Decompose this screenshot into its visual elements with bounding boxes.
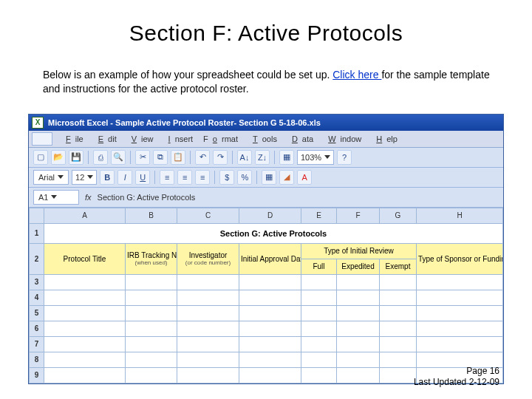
menu-window[interactable]: Window bbox=[319, 134, 366, 144]
sort-asc-icon[interactable]: A↓ bbox=[237, 150, 252, 165]
menu-edit[interactable]: Edit bbox=[89, 134, 121, 144]
cell-ref: A1 bbox=[38, 193, 48, 202]
col-G[interactable]: G bbox=[380, 208, 417, 223]
col-H[interactable]: H bbox=[417, 208, 503, 223]
formula-bar: A1 fx Section G: Active Protocols bbox=[29, 188, 503, 208]
currency-icon[interactable]: $ bbox=[219, 170, 234, 185]
fill-color-icon[interactable]: ◢ bbox=[279, 170, 294, 185]
footer-updated: Last Updated 2-12-09 bbox=[414, 377, 499, 389]
hdr-investigator[interactable]: Investigator (or code number) bbox=[177, 243, 239, 274]
underline-button[interactable]: U bbox=[135, 170, 150, 185]
menu-data[interactable]: Data bbox=[283, 134, 318, 144]
italic-button[interactable]: I bbox=[117, 170, 132, 185]
control-icon[interactable] bbox=[32, 132, 52, 146]
hdr-protocol-title[interactable]: Protocol Title bbox=[44, 243, 126, 274]
dropdown-icon bbox=[58, 175, 64, 179]
intro-before: Below is an example of how your spreadsh… bbox=[43, 69, 332, 81]
row-1[interactable]: 1 bbox=[30, 223, 44, 243]
col-A[interactable]: A bbox=[44, 208, 126, 223]
hdr-type-sponsor[interactable]: Type of Sponsor or Funding Entity bbox=[417, 243, 503, 274]
row-4[interactable]: 4 bbox=[30, 290, 44, 305]
menu-format[interactable]: Format bbox=[199, 134, 242, 144]
menu-help[interactable]: Help bbox=[367, 134, 402, 144]
bold-button[interactable]: B bbox=[100, 170, 115, 185]
undo-icon[interactable]: ↶ bbox=[195, 150, 210, 165]
menu-tools[interactable]: Tools bbox=[244, 134, 282, 144]
col-F[interactable]: F bbox=[337, 208, 380, 223]
sort-desc-icon[interactable]: Z↓ bbox=[255, 150, 270, 165]
hdr-initial-approval[interactable]: Initial Approval Date bbox=[239, 243, 301, 274]
align-center-icon[interactable]: ≡ bbox=[177, 170, 192, 185]
excel-icon: X bbox=[32, 117, 44, 129]
row-7[interactable]: 7 bbox=[30, 336, 44, 352]
row-2[interactable]: 2 bbox=[30, 243, 44, 274]
save-icon[interactable]: 💾 bbox=[69, 150, 83, 165]
col-E[interactable]: E bbox=[301, 208, 337, 223]
hdr-type-initial-review[interactable]: Type of Initial Review bbox=[301, 243, 417, 259]
menu-insert[interactable]: Insert bbox=[160, 134, 198, 144]
hdr-expedited[interactable]: Expedited bbox=[337, 259, 380, 274]
help-icon[interactable]: ? bbox=[337, 150, 352, 165]
click-here-link[interactable]: Click here bbox=[332, 69, 381, 81]
dropdown-icon bbox=[324, 155, 330, 159]
excel-window: X Microsoft Excel - Sample Active Protoc… bbox=[28, 114, 504, 384]
open-icon[interactable]: 📂 bbox=[51, 150, 66, 165]
print-icon[interactable]: ⎙ bbox=[93, 150, 108, 165]
col-C[interactable]: C bbox=[177, 208, 239, 223]
row-6[interactable]: 6 bbox=[30, 321, 44, 336]
copy-icon[interactable]: ⧉ bbox=[153, 150, 168, 165]
font-size: 12 bbox=[75, 173, 84, 182]
corner-cell[interactable] bbox=[30, 208, 44, 223]
font-color-icon[interactable]: A bbox=[297, 170, 312, 185]
page-title: Section F: Active Protocols bbox=[28, 21, 504, 46]
cut-icon[interactable]: ✂ bbox=[135, 150, 150, 165]
preview-icon[interactable]: 🔍 bbox=[111, 150, 126, 165]
col-B[interactable]: B bbox=[126, 208, 177, 223]
menu-file[interactable]: File bbox=[57, 134, 88, 144]
row-3[interactable]: 3 bbox=[30, 274, 44, 290]
row-5[interactable]: 5 bbox=[30, 305, 44, 321]
excel-menubar: File Edit View Insert Format Tools Data … bbox=[29, 131, 503, 148]
paste-icon[interactable]: 📋 bbox=[171, 150, 185, 165]
name-box[interactable]: A1 bbox=[33, 190, 79, 205]
section-banner[interactable]: Section G: Active Protocols bbox=[44, 223, 503, 243]
fx-icon[interactable]: fx bbox=[85, 193, 92, 202]
menu-view[interactable]: View bbox=[123, 134, 158, 144]
footer-page: Page 16 bbox=[414, 366, 499, 378]
hdr-irb-tracking[interactable]: IRB Tracking Number (when used) bbox=[126, 243, 177, 274]
col-D[interactable]: D bbox=[239, 208, 301, 223]
borders-icon[interactable]: ▦ bbox=[262, 170, 276, 185]
redo-icon[interactable]: ↷ bbox=[213, 150, 228, 165]
hdr-full[interactable]: Full bbox=[301, 259, 337, 274]
dropdown-icon bbox=[51, 195, 57, 199]
new-icon[interactable]: ▢ bbox=[33, 150, 48, 165]
font-name: Arial bbox=[38, 173, 55, 182]
align-right-icon[interactable]: ≡ bbox=[195, 170, 210, 185]
row-9[interactable]: 9 bbox=[30, 367, 44, 383]
chart-icon[interactable]: ▦ bbox=[279, 150, 294, 165]
excel-titlebar: X Microsoft Excel - Sample Active Protoc… bbox=[29, 115, 503, 131]
align-left-icon[interactable]: ≡ bbox=[160, 170, 174, 185]
zoom-value: 103% bbox=[301, 153, 321, 162]
spreadsheet-grid[interactable]: A B C D E F G H 1 Section G: Active Prot… bbox=[29, 208, 503, 383]
row-8[interactable]: 8 bbox=[30, 352, 44, 367]
page-footer: Page 16 Last Updated 2-12-09 bbox=[414, 366, 499, 389]
intro-text: Below is an example of how your spreadsh… bbox=[43, 68, 504, 96]
font-size-box[interactable]: 12 bbox=[72, 170, 97, 185]
font-name-box[interactable]: Arial bbox=[33, 170, 69, 185]
standard-toolbar: ▢ 📂 💾 ⎙ 🔍 ✂ ⧉ 📋 ↶ ↷ A↓ Z↓ ▦ 103% ? bbox=[29, 148, 503, 168]
formula-value: Section G: Active Protocols bbox=[98, 193, 196, 202]
formatting-toolbar: Arial 12 B I U ≡ ≡ ≡ $ % ▦ ◢ A bbox=[29, 168, 503, 188]
percent-icon[interactable]: % bbox=[237, 170, 252, 185]
dropdown-icon bbox=[87, 175, 93, 179]
excel-title: Microsoft Excel - Sample Active Protocol… bbox=[48, 118, 321, 127]
zoom-box[interactable]: 103% bbox=[297, 150, 334, 165]
hdr-exempt[interactable]: Exempt bbox=[380, 259, 417, 274]
